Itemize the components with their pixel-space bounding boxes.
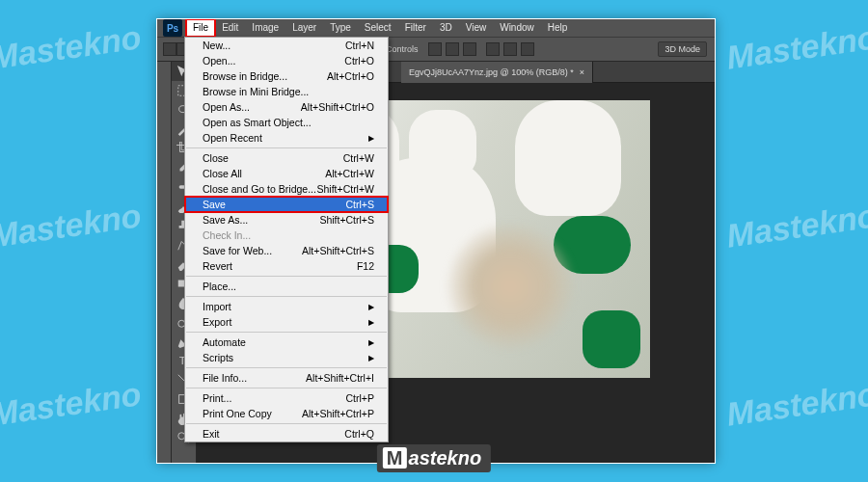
menu-item-shortcut: Alt+Ctrl+O (327, 70, 374, 82)
watermark: Mastekno (0, 375, 144, 433)
menu-item-browse-in-bridge[interactable]: Browse in Bridge...Alt+Ctrl+O (185, 68, 388, 84)
menu-item-save[interactable]: SaveCtrl+S (185, 197, 388, 212)
menu-item-label: Open... (203, 55, 235, 67)
menu-item-shortcut: F12 (357, 260, 374, 272)
menu-item-label: Save (203, 199, 226, 210)
menu-item-open-as[interactable]: Open As...Alt+Shift+Ctrl+O (185, 99, 388, 115)
brand-badge-m: M (383, 447, 407, 469)
watermark: Mastekno (724, 18, 868, 76)
menu-item-shortcut: Ctrl+W (343, 152, 374, 164)
menu-item-label: File Info... (203, 372, 247, 384)
file-menu-dropdown: New...Ctrl+NOpen...Ctrl+OBrowse in Bridg… (184, 37, 389, 442)
menu-layer[interactable]: Layer (285, 19, 323, 37)
brand-badge-text: astekno (409, 447, 482, 469)
watermark: Mastekno (0, 197, 144, 254)
menu-item-label: Close All (203, 168, 242, 179)
menu-separator (186, 423, 387, 424)
menu-separator (186, 147, 387, 148)
align-icon[interactable] (446, 42, 459, 56)
menu-item-revert[interactable]: RevertF12 (185, 258, 388, 274)
menu-item-shortcut: Ctrl+Q (344, 428, 374, 440)
ps-logo-icon: Ps (163, 19, 182, 37)
menu-item-label: Save for Web... (203, 245, 272, 256)
menu-item-print[interactable]: Print...Ctrl+P (185, 390, 388, 406)
menu-item-label: Open as Smart Object... (203, 117, 312, 128)
menu-item-label: Print... (203, 392, 231, 404)
menu-item-export[interactable]: Export▶ (185, 314, 388, 330)
align-icon[interactable] (463, 42, 476, 56)
menu-item-label: Save As... (203, 214, 248, 226)
menu-item-open-as-smart-object[interactable]: Open as Smart Object... (185, 115, 388, 130)
menu-item-close-and-go-to-bridge[interactable]: Close and Go to Bridge...Shift+Ctrl+W (185, 181, 388, 197)
menu-item-save-as[interactable]: Save As...Shift+Ctrl+S (185, 212, 388, 228)
photo-shape (583, 310, 640, 368)
menu-item-close[interactable]: CloseCtrl+W (185, 150, 388, 166)
menu-filter[interactable]: Filter (398, 19, 433, 37)
menu-item-file-info[interactable]: File Info...Alt+Shift+Ctrl+I (185, 370, 388, 386)
document-tab-title: EgvQJj8UcAA7Ynz.jpg @ 100% (RGB/8) * (409, 67, 574, 77)
submenu-arrow-icon: ▶ (368, 303, 374, 311)
menu-item-open-recent[interactable]: Open Recent▶ (185, 130, 388, 146)
tool-preset-icon[interactable] (163, 42, 176, 56)
menu-item-new[interactable]: New...Ctrl+N (185, 38, 388, 53)
menu-item-automate[interactable]: Automate▶ (185, 335, 388, 350)
watermark: Mastekno (724, 197, 868, 254)
menu-item-place[interactable]: Place... (185, 279, 388, 294)
menu-item-exit[interactable]: ExitCtrl+Q (185, 426, 388, 442)
menu-edit[interactable]: Edit (215, 19, 245, 37)
menu-separator (186, 276, 387, 277)
menu-separator (186, 367, 387, 368)
mode-3d-button[interactable]: 3D Mode (658, 41, 707, 57)
document-tab[interactable]: EgvQJj8UcAA7Ynz.jpg @ 100% (RGB/8) * × (401, 62, 593, 83)
menu-item-label: Open Recent (203, 132, 262, 144)
menu-item-shortcut: Shift+Ctrl+W (316, 183, 374, 195)
menu-separator (186, 332, 387, 333)
menu-view[interactable]: View (459, 19, 494, 37)
menu-item-close-all[interactable]: Close AllAlt+Ctrl+W (185, 166, 388, 181)
close-icon[interactable]: × (580, 67, 584, 77)
menu-type[interactable]: Type (323, 19, 358, 37)
brand-badge: Mastekno (377, 444, 491, 472)
menu-item-shortcut: Alt+Shift+Ctrl+I (306, 372, 374, 384)
menu-item-label: New... (203, 40, 231, 51)
menu-item-import[interactable]: Import▶ (185, 299, 388, 314)
menu-item-label: Revert (203, 260, 232, 272)
menu-window[interactable]: Window (493, 19, 541, 37)
menu-help[interactable]: Help (541, 19, 575, 37)
submenu-arrow-icon: ▶ (368, 134, 374, 143)
menu-item-label: Print One Copy (203, 408, 272, 419)
menu-3d[interactable]: 3D (433, 19, 459, 37)
dist-icon[interactable] (521, 42, 534, 56)
menu-item-check-in: Check In... (185, 228, 388, 243)
dist-icon[interactable] (503, 42, 517, 56)
menu-item-label: Automate (203, 336, 246, 348)
menu-item-scripts[interactable]: Scripts▶ (185, 350, 388, 365)
menu-item-open[interactable]: Open...Ctrl+O (185, 53, 388, 68)
submenu-arrow-icon: ▶ (368, 318, 374, 327)
menu-item-shortcut: Ctrl+S (346, 199, 374, 210)
menu-item-shortcut: Alt+Ctrl+W (325, 168, 374, 179)
menu-item-shortcut: Alt+Shift+Ctrl+O (301, 101, 374, 113)
dist-icon[interactable] (486, 42, 500, 56)
menu-item-label: Place... (203, 281, 236, 292)
watermark: Mastekno (724, 375, 868, 433)
submenu-arrow-icon: ▶ (368, 354, 374, 362)
menu-file[interactable]: File (186, 19, 215, 37)
menu-item-save-for-web[interactable]: Save for Web...Alt+Shift+Ctrl+S (185, 243, 388, 258)
menu-item-label: Import (203, 301, 231, 312)
menu-item-shortcut: Ctrl+O (344, 55, 374, 67)
photo-blur-region (448, 224, 573, 349)
menu-separator (186, 388, 387, 388)
menu-item-label: Browse in Bridge... (203, 70, 287, 82)
menu-item-shortcut: Ctrl+P (346, 392, 374, 404)
menu-item-label: Close and Go to Bridge... (203, 183, 316, 195)
align-icon[interactable] (428, 42, 442, 56)
menu-image[interactable]: Image (245, 19, 285, 37)
menu-item-browse-in-mini-bridge[interactable]: Browse in Mini Bridge... (185, 84, 388, 99)
menu-select[interactable]: Select (358, 19, 398, 37)
menu-item-shortcut: Shift+Ctrl+S (319, 214, 374, 226)
menu-separator (186, 296, 387, 297)
menu-item-label: Open As... (203, 101, 250, 113)
menu-item-print-one-copy[interactable]: Print One CopyAlt+Shift+Ctrl+P (185, 406, 388, 421)
menu-item-label: Export (203, 316, 231, 328)
